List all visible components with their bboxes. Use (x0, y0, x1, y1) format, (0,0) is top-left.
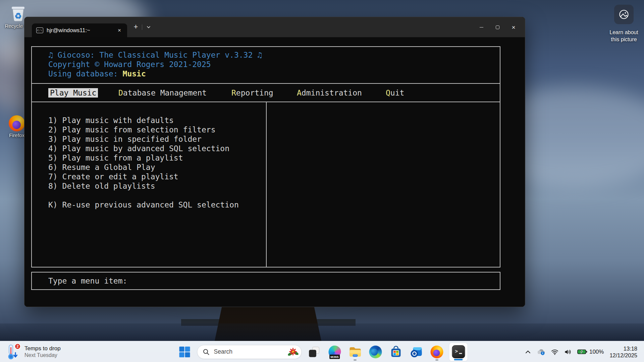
menu-play-music[interactable]: Play Music (48, 88, 98, 98)
terminal-content[interactable]: ♫ Giocoso: The Classical Music Player v.… (24, 37, 525, 307)
tab-dropdown-button[interactable] (145, 23, 153, 31)
giocoso-menubar: Play MusicDatabase ManagementReportingAd… (32, 84, 500, 102)
database-name: Music (123, 69, 146, 78)
taskbar-app-edge[interactable] (368, 343, 384, 361)
chevron-up-icon (525, 350, 531, 354)
weather-subline: Next Tuesday (24, 352, 61, 358)
desktop-icon-label: Firefox (9, 132, 24, 138)
edge-icon (369, 346, 382, 358)
cloud-icon (537, 349, 545, 355)
weather-widget[interactable]: 2 Temps to drop Next Tuesday (3, 341, 63, 362)
new-tab-button[interactable]: + (131, 22, 141, 32)
windows-logo-icon (179, 346, 191, 358)
maximize-icon (496, 25, 499, 29)
search-icon (203, 349, 210, 355)
active-window-indicator (454, 359, 463, 360)
taskbar-center: Search (177, 341, 468, 362)
taskbar: 2 Temps to drop Next Tuesday (0, 341, 644, 362)
terminal-titlebar[interactable]: C:\ hjr@windows11:~ × + × (24, 17, 525, 37)
copyright-line: Copyright © Howard Rogers 2021-2025 (48, 60, 500, 69)
taskbar-clock[interactable]: 13:18 12/12/2025 (609, 345, 637, 359)
running-indicator (435, 359, 438, 361)
minimize-button[interactable] (473, 17, 489, 37)
menu-item[interactable]: 3) Play music in specified folder (48, 134, 266, 144)
weather-headline: Temps to drop (24, 345, 61, 352)
giocoso-main-box: ♫ Giocoso: The Classical Music Player v.… (31, 46, 500, 267)
learn-about-label-line2: this picture (609, 36, 638, 43)
task-view-icon (308, 346, 320, 358)
prompt-label: Type a menu item: (48, 276, 127, 286)
database-line: Using database: Music (48, 69, 500, 78)
maximize-button[interactable] (489, 17, 505, 37)
copilot-m365-icon: M365 (328, 346, 341, 358)
taskbar-app-microsoft-store[interactable] (388, 343, 404, 361)
menu-pane: 1) Play music with defaults2) Play music… (32, 102, 267, 267)
menu-hotkey-letter: R (231, 88, 236, 97)
menu-quit[interactable]: Quit (386, 88, 404, 98)
outlook-icon (410, 346, 423, 358)
close-button[interactable]: × (505, 17, 522, 37)
terminal-icon: > (452, 345, 465, 358)
menu-item-reuse-sql[interactable]: K) Re-use previous advanced SQL selectio… (48, 200, 266, 209)
firefox-icon (9, 115, 25, 131)
picture-icon (614, 5, 634, 24)
prompt-box[interactable]: Type a menu item: (31, 272, 500, 290)
menu-item[interactable]: 7) Create or edit a playlist (48, 172, 266, 181)
taskbar-app-firefox[interactable] (429, 343, 445, 361)
giocoso-header: ♫ Giocoso: The Classical Music Player v.… (32, 47, 500, 84)
terminal-window: C:\ hjr@windows11:~ × + × ♫ Giocoso: The… (24, 17, 525, 307)
tray-overflow-button[interactable] (525, 350, 531, 354)
search-box[interactable]: Search (197, 345, 302, 359)
menu-item[interactable]: 2) Play music from selection filters (48, 125, 266, 134)
menu-item[interactable]: 6) Resume a Global Play (48, 163, 266, 172)
menu-item[interactable]: 8) Delete old playlists (48, 181, 266, 191)
taskbar-app-file-explorer[interactable] (347, 343, 363, 361)
running-indicator (354, 359, 357, 361)
firefox-icon (431, 346, 443, 358)
clock-time: 13:18 (609, 345, 637, 352)
minimize-icon (480, 27, 483, 27)
learn-about-picture-widget[interactable]: Learn about this picture (606, 5, 641, 43)
taskbar-app-outlook[interactable] (409, 343, 425, 361)
blank-line (48, 191, 266, 200)
learn-about-label-line1: Learn about (609, 29, 638, 36)
menu-reporting[interactable]: Reporting (231, 88, 273, 98)
menu-item[interactable]: 4) Play music by advanced SQL selection (48, 144, 266, 153)
microsoft-store-icon (390, 346, 402, 358)
volume-tray-icon[interactable] (564, 349, 572, 355)
command-prompt-icon: C:\ (36, 27, 43, 33)
right-pane (267, 102, 500, 267)
menu-database-management[interactable]: Database Management (118, 88, 207, 98)
tab-title: hjr@windows11:~ (47, 27, 115, 34)
wifi-icon (551, 349, 558, 355)
clock-date: 12/12/2025 (609, 352, 637, 359)
m365-badge: M365 (329, 355, 340, 359)
chevron-down-icon (147, 26, 151, 28)
menu-item[interactable]: 1) Play music with defaults (48, 116, 266, 125)
weather-alert-badge: 2 (14, 343, 21, 350)
tab-separator (142, 24, 142, 30)
start-button[interactable] (177, 343, 193, 361)
menu-item[interactable]: 5) Play music from a playlist (48, 153, 266, 163)
onedrive-tray-icon[interactable] (537, 349, 545, 355)
menu-hotkey-letter: Q (386, 88, 390, 97)
taskbar-app-copilot-m365[interactable]: M365 (327, 343, 343, 361)
poinsettia-flower-icon (287, 347, 299, 357)
taskbar-app-task-view[interactable] (306, 343, 322, 361)
battery-percent: 100% (589, 349, 604, 355)
system-tray: 100% 13:18 12/12/2025 (525, 341, 637, 362)
terminal-tab[interactable]: C:\ hjr@windows11:~ × (32, 23, 127, 37)
giocoso-panes: 1) Play music with defaults2) Play music… (32, 102, 500, 267)
search-placeholder: Search (214, 348, 287, 355)
taskbar-app-terminal[interactable]: > (449, 343, 468, 361)
close-icon: × (512, 24, 515, 31)
menu-administration[interactable]: Administration (297, 88, 362, 98)
menu-hotkey-letter: D (118, 88, 123, 97)
database-label: Using database: (48, 69, 123, 78)
wifi-tray-icon[interactable] (551, 349, 558, 355)
menu-hotkey-letter: A (297, 88, 302, 97)
speaker-icon (564, 349, 572, 355)
tab-close-icon[interactable]: × (115, 26, 124, 35)
recycle-symbol-icon: ♻ (14, 12, 22, 20)
battery-tray-item[interactable]: 100% (577, 349, 604, 355)
